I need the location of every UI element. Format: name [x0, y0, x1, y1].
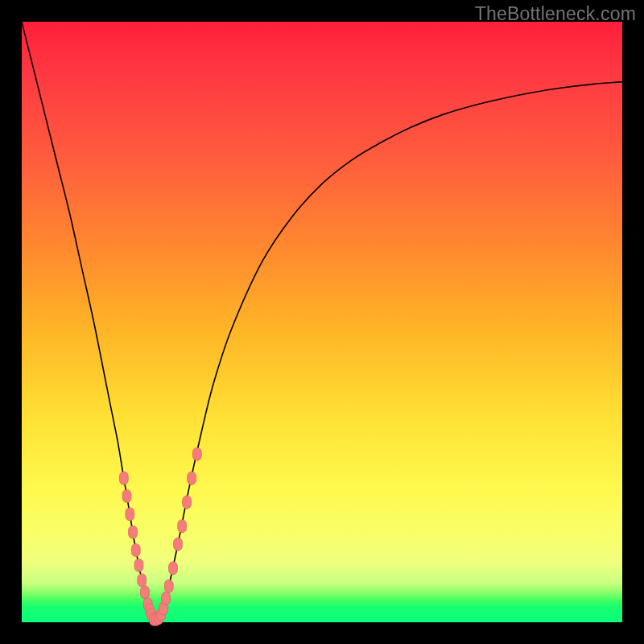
data-marker: [131, 543, 140, 556]
data-marker: [164, 580, 173, 592]
data-marker: [188, 472, 196, 485]
data-marker: [122, 489, 131, 502]
data-marker: [126, 508, 134, 521]
data-marker: [178, 520, 187, 533]
plot-area: [22, 22, 622, 622]
data-marker: [183, 496, 192, 509]
data-marker: [129, 526, 138, 539]
data-marker: [173, 538, 182, 551]
data-marker: [134, 559, 143, 572]
data-marker: [119, 472, 128, 485]
data-marker: [138, 574, 147, 587]
bottleneck-curve: [22, 22, 622, 620]
chart-svg: [22, 22, 622, 622]
data-marker: [162, 592, 171, 605]
marker-group: [119, 448, 201, 625]
data-marker: [140, 586, 149, 599]
data-marker: [192, 448, 201, 460]
data-marker: [168, 562, 177, 575]
chart-frame: TheBottleneck.com: [0, 0, 644, 644]
watermark-text: TheBottleneck.com: [475, 3, 636, 25]
